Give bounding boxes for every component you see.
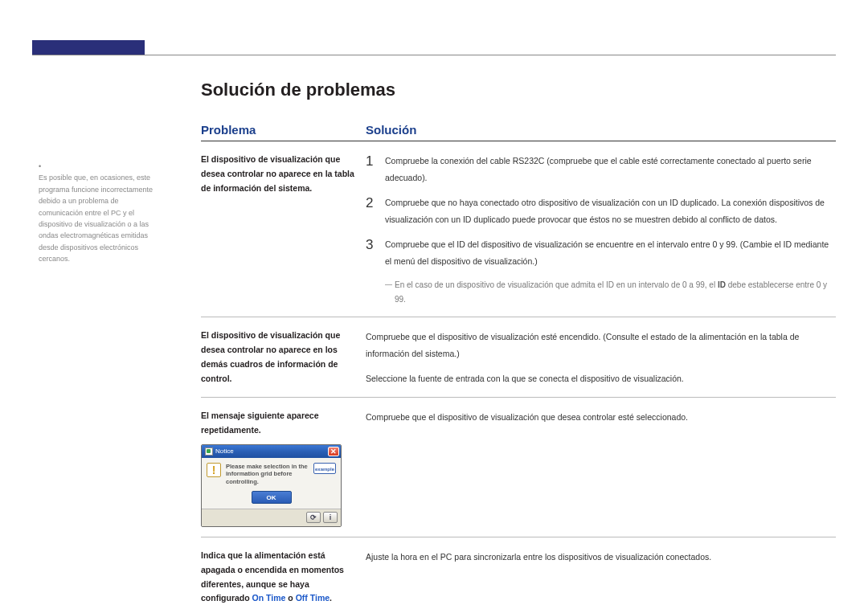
column-headers: Problema Solución bbox=[201, 123, 836, 141]
info-icon[interactable]: i bbox=[323, 512, 338, 523]
bullet-icon: • bbox=[39, 161, 45, 172]
list-item: 2 Compruebe que no haya conectado otro d… bbox=[366, 194, 836, 228]
problem-text: El dispositivo de visualización que dese… bbox=[201, 329, 366, 387]
refresh-icon[interactable]: ⟳ bbox=[306, 512, 321, 523]
ok-button[interactable]: OK bbox=[252, 491, 292, 504]
problem-cell: Indica que la alimentación está apagada … bbox=[201, 549, 366, 606]
side-note-text: Es posible que, en ocasiones, este progr… bbox=[39, 172, 163, 264]
problem-text: El dispositivo de visualización que dese… bbox=[201, 153, 366, 307]
problem-text: El mensaje siguiente aparece repetidamen… bbox=[201, 409, 358, 438]
solution-text: Compruebe que el dispositivo de visualiz… bbox=[366, 409, 836, 527]
dialog-title-left: Notice bbox=[205, 446, 234, 457]
dialog-body: ! Please make selection in the informati… bbox=[202, 458, 341, 491]
dialog-title: Notice bbox=[215, 446, 234, 457]
dot: . bbox=[330, 593, 332, 603]
separator bbox=[201, 397, 836, 398]
solution-text: Seleccione la fuente de entrada con la q… bbox=[366, 370, 836, 387]
side-note: • Es posible que, en ocasiones, este pro… bbox=[39, 161, 171, 265]
separator bbox=[201, 537, 836, 537]
solution-text: Compruebe que el dispositivo de visualiz… bbox=[366, 329, 836, 362]
subnote-bold: ID bbox=[718, 280, 726, 289]
step-text: Compruebe que el ID del dispositivo de v… bbox=[385, 236, 836, 270]
table-row: Indica que la alimentación está apagada … bbox=[201, 549, 836, 606]
page-title: Solución de problemas bbox=[201, 80, 836, 100]
table-row: El dispositivo de visualización que dese… bbox=[201, 329, 836, 387]
conj: o bbox=[285, 593, 295, 603]
sub-note: En el caso de un dispositivo de visualiz… bbox=[388, 278, 836, 307]
dialog-message: Please make selection in the information… bbox=[226, 463, 309, 486]
subnote-pre: En el caso de un dispositivo de visualiz… bbox=[395, 280, 718, 289]
dialog-titlebar: Notice ✕ bbox=[202, 445, 341, 458]
separator bbox=[201, 317, 836, 317]
step-number: 1 bbox=[366, 153, 385, 186]
header-solucion: Solución bbox=[366, 123, 416, 137]
section-marker bbox=[32, 40, 145, 55]
header-problema: Problema bbox=[201, 123, 366, 137]
on-time-label: On Time bbox=[252, 593, 286, 603]
step-text: Compruebe la conexión del cable RS232C (… bbox=[385, 153, 836, 186]
main-content: Solución de problemas Problema Solución … bbox=[201, 55, 836, 613]
step-number: 2 bbox=[366, 194, 385, 228]
table-row: El dispositivo de visualización que dese… bbox=[201, 153, 836, 307]
solution-cell: 1 Compruebe la conexión del cable RS232C… bbox=[366, 153, 836, 307]
problem-cell: El mensaje siguiente aparece repetidamen… bbox=[201, 409, 366, 527]
off-time-label: Off Time bbox=[296, 593, 330, 603]
step-text: Compruebe que no haya conectado otro dis… bbox=[385, 194, 836, 228]
example-badge: example bbox=[313, 463, 336, 474]
dialog-footer: ⟳ i bbox=[202, 509, 341, 526]
program-icon bbox=[205, 447, 213, 456]
table-row: El mensaje siguiente aparece repetidamen… bbox=[201, 409, 836, 527]
warning-icon: ! bbox=[207, 463, 221, 477]
notice-dialog: Notice ✕ ! Please make selection in the … bbox=[201, 444, 342, 527]
list-item: 3 Compruebe que el ID del dispositivo de… bbox=[366, 236, 836, 270]
step-number: 3 bbox=[366, 236, 385, 270]
dialog-buttons: OK bbox=[202, 491, 341, 509]
list-item: 1 Compruebe la conexión del cable RS232C… bbox=[366, 153, 836, 186]
solution-cell: Compruebe que el dispositivo de visualiz… bbox=[366, 329, 836, 387]
close-icon[interactable]: ✕ bbox=[328, 447, 339, 456]
solution-text: Ajuste la hora en el PC para sincronizar… bbox=[366, 549, 836, 606]
